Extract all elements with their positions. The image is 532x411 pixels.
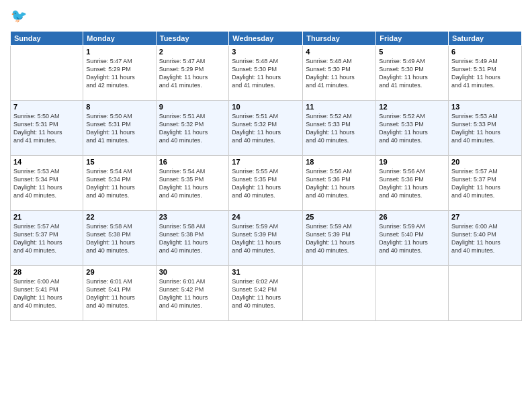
calendar-cell [303,266,376,321]
day-info: Sunrise: 5:58 AMSunset: 5:38 PMDaylight:… [159,222,226,255]
day-info: Sunrise: 5:49 AMSunset: 5:31 PMDaylight:… [451,57,519,90]
calendar-cell: 28Sunrise: 6:00 AMSunset: 5:41 PMDayligh… [11,266,83,321]
day-header-thursday: Thursday [303,32,376,46]
calendar-cell: 21Sunrise: 5:57 AMSunset: 5:37 PMDayligh… [11,211,83,266]
calendar-cell: 31Sunrise: 6:02 AMSunset: 5:42 PMDayligh… [229,266,303,321]
day-info: Sunrise: 5:53 AMSunset: 5:34 PMDaylight:… [13,167,80,200]
day-info: Sunrise: 5:57 AMSunset: 5:37 PMDaylight:… [451,167,519,200]
calendar-cell: 17Sunrise: 5:55 AMSunset: 5:35 PMDayligh… [229,156,303,211]
calendar-cell: 9Sunrise: 5:51 AMSunset: 5:32 PMDaylight… [156,101,229,156]
calendar-cell: 18Sunrise: 5:56 AMSunset: 5:36 PMDayligh… [303,156,376,211]
day-header-monday: Monday [83,32,156,46]
day-number: 26 [379,213,445,221]
day-number: 16 [159,158,226,166]
day-header-friday: Friday [376,32,449,46]
day-info: Sunrise: 5:54 AMSunset: 5:35 PMDaylight:… [159,167,226,200]
calendar-cell: 22Sunrise: 5:58 AMSunset: 5:38 PMDayligh… [83,211,156,266]
day-number: 18 [306,158,373,166]
day-header-sunday: Sunday [11,32,83,46]
calendar-cell: 19Sunrise: 5:56 AMSunset: 5:36 PMDayligh… [376,156,449,211]
day-number: 19 [379,158,445,166]
day-info: Sunrise: 6:00 AMSunset: 5:41 PMDaylight:… [13,277,80,310]
calendar-week-row: 7Sunrise: 5:50 AMSunset: 5:31 PMDaylight… [11,101,522,156]
day-info: Sunrise: 5:56 AMSunset: 5:36 PMDaylight:… [379,167,445,200]
calendar-cell: 1Sunrise: 5:47 AMSunset: 5:29 PMDaylight… [83,46,156,101]
day-info: Sunrise: 6:00 AMSunset: 5:40 PMDaylight:… [451,222,519,255]
calendar-week-row: 28Sunrise: 6:00 AMSunset: 5:41 PMDayligh… [11,266,522,321]
logo: 🐦 [10,7,32,26]
day-info: Sunrise: 5:48 AMSunset: 5:30 PMDaylight:… [232,57,300,90]
day-info: Sunrise: 5:57 AMSunset: 5:37 PMDaylight:… [13,222,80,255]
calendar-header-row: SundayMondayTuesdayWednesdayThursdayFrid… [11,32,522,46]
calendar-cell: 8Sunrise: 5:50 AMSunset: 5:31 PMDaylight… [83,101,156,156]
day-number: 17 [232,158,300,166]
calendar-cell: 27Sunrise: 6:00 AMSunset: 5:40 PMDayligh… [449,211,522,266]
calendar-cell [376,266,449,321]
calendar-cell: 15Sunrise: 5:54 AMSunset: 5:34 PMDayligh… [83,156,156,211]
day-info: Sunrise: 5:53 AMSunset: 5:33 PMDaylight:… [451,112,519,145]
calendar-week-row: 14Sunrise: 5:53 AMSunset: 5:34 PMDayligh… [11,156,522,211]
calendar-cell: 4Sunrise: 5:48 AMSunset: 5:30 PMDaylight… [303,46,376,101]
day-info: Sunrise: 6:01 AMSunset: 5:42 PMDaylight:… [159,277,226,310]
day-info: Sunrise: 5:54 AMSunset: 5:34 PMDaylight:… [86,167,152,200]
day-number: 31 [232,268,300,276]
day-number: 13 [451,103,519,111]
calendar-cell: 29Sunrise: 6:01 AMSunset: 5:41 PMDayligh… [83,266,156,321]
calendar-cell [11,46,83,101]
calendar-cell: 10Sunrise: 5:51 AMSunset: 5:32 PMDayligh… [229,101,303,156]
day-number: 6 [451,48,519,56]
calendar: SundayMondayTuesdayWednesdayThursdayFrid… [10,31,522,321]
day-number: 2 [159,48,226,56]
day-number: 3 [232,48,300,56]
day-number: 7 [13,103,80,111]
day-number: 5 [379,48,445,56]
day-header-wednesday: Wednesday [229,32,303,46]
calendar-week-row: 21Sunrise: 5:57 AMSunset: 5:37 PMDayligh… [11,211,522,266]
day-number: 20 [451,158,519,166]
day-info: Sunrise: 5:50 AMSunset: 5:31 PMDaylight:… [86,112,152,145]
day-info: Sunrise: 5:52 AMSunset: 5:33 PMDaylight:… [379,112,445,145]
day-number: 21 [13,213,80,221]
day-number: 12 [379,103,445,111]
day-info: Sunrise: 5:51 AMSunset: 5:32 PMDaylight:… [159,112,226,145]
day-number: 23 [159,213,226,221]
calendar-cell: 12Sunrise: 5:52 AMSunset: 5:33 PMDayligh… [376,101,449,156]
day-number: 1 [86,48,152,56]
day-info: Sunrise: 5:59 AMSunset: 5:39 PMDaylight:… [232,222,300,255]
day-header-tuesday: Tuesday [156,32,229,46]
day-info: Sunrise: 5:50 AMSunset: 5:31 PMDaylight:… [13,112,80,145]
day-number: 25 [306,213,373,221]
day-number: 11 [306,103,373,111]
day-info: Sunrise: 5:52 AMSunset: 5:33 PMDaylight:… [306,112,373,145]
svg-text:🐦: 🐦 [11,7,28,24]
day-info: Sunrise: 5:47 AMSunset: 5:29 PMDaylight:… [86,57,152,90]
day-number: 9 [159,103,226,111]
day-info: Sunrise: 5:56 AMSunset: 5:36 PMDaylight:… [306,167,373,200]
calendar-cell: 13Sunrise: 5:53 AMSunset: 5:33 PMDayligh… [449,101,522,156]
day-info: Sunrise: 5:51 AMSunset: 5:32 PMDaylight:… [232,112,300,145]
day-number: 8 [86,103,152,111]
logo-bird-icon: 🐦 [10,7,29,26]
calendar-cell: 30Sunrise: 6:01 AMSunset: 5:42 PMDayligh… [156,266,229,321]
day-info: Sunrise: 5:58 AMSunset: 5:38 PMDaylight:… [86,222,152,255]
calendar-cell: 11Sunrise: 5:52 AMSunset: 5:33 PMDayligh… [303,101,376,156]
day-info: Sunrise: 5:55 AMSunset: 5:35 PMDaylight:… [232,167,300,200]
day-header-saturday: Saturday [449,32,522,46]
day-info: Sunrise: 5:48 AMSunset: 5:30 PMDaylight:… [306,57,373,90]
calendar-cell: 3Sunrise: 5:48 AMSunset: 5:30 PMDaylight… [229,46,303,101]
day-info: Sunrise: 6:01 AMSunset: 5:41 PMDaylight:… [86,277,152,310]
day-number: 14 [13,158,80,166]
calendar-week-row: 1Sunrise: 5:47 AMSunset: 5:29 PMDaylight… [11,46,522,101]
day-number: 10 [232,103,300,111]
day-info: Sunrise: 5:49 AMSunset: 5:30 PMDaylight:… [379,57,445,90]
calendar-cell: 5Sunrise: 5:49 AMSunset: 5:30 PMDaylight… [376,46,449,101]
calendar-cell: 7Sunrise: 5:50 AMSunset: 5:31 PMDaylight… [11,101,83,156]
day-number: 4 [306,48,373,56]
day-number: 24 [232,213,300,221]
calendar-cell: 25Sunrise: 5:59 AMSunset: 5:39 PMDayligh… [303,211,376,266]
day-info: Sunrise: 5:47 AMSunset: 5:29 PMDaylight:… [159,57,226,90]
day-number: 15 [86,158,152,166]
calendar-cell: 14Sunrise: 5:53 AMSunset: 5:34 PMDayligh… [11,156,83,211]
day-number: 22 [86,213,152,221]
calendar-cell: 2Sunrise: 5:47 AMSunset: 5:29 PMDaylight… [156,46,229,101]
